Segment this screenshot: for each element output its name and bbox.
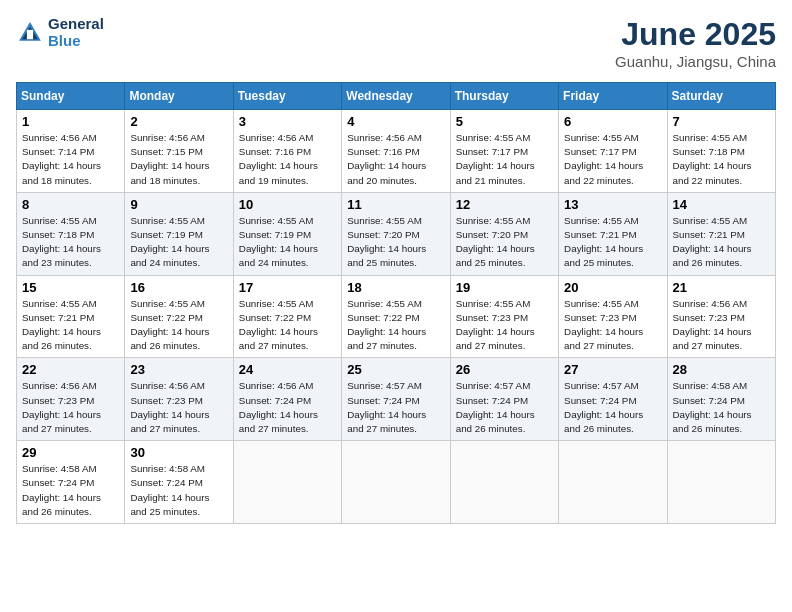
calendar-cell: 30Sunrise: 4:58 AMSunset: 7:24 PMDayligh… xyxy=(125,441,233,524)
day-number: 4 xyxy=(347,114,444,129)
day-number: 14 xyxy=(673,197,770,212)
page-header: General Blue June 2025 Guanhu, Jiangsu, … xyxy=(16,16,776,70)
calendar-cell: 9Sunrise: 4:55 AMSunset: 7:19 PMDaylight… xyxy=(125,192,233,275)
day-number: 5 xyxy=(456,114,553,129)
calendar-cell: 19Sunrise: 4:55 AMSunset: 7:23 PMDayligh… xyxy=(450,275,558,358)
day-number: 28 xyxy=(673,362,770,377)
day-number: 18 xyxy=(347,280,444,295)
table-row: 29Sunrise: 4:58 AMSunset: 7:24 PMDayligh… xyxy=(17,441,776,524)
day-number: 22 xyxy=(22,362,119,377)
day-info: Sunrise: 4:58 AMSunset: 7:24 PMDaylight:… xyxy=(673,380,752,434)
day-number: 23 xyxy=(130,362,227,377)
calendar-cell: 3Sunrise: 4:56 AMSunset: 7:16 PMDaylight… xyxy=(233,110,341,193)
calendar-cell: 14Sunrise: 4:55 AMSunset: 7:21 PMDayligh… xyxy=(667,192,775,275)
day-number: 6 xyxy=(564,114,661,129)
day-info: Sunrise: 4:58 AMSunset: 7:24 PMDaylight:… xyxy=(130,463,209,517)
col-wednesday: Wednesday xyxy=(342,83,450,110)
day-info: Sunrise: 4:56 AMSunset: 7:16 PMDaylight:… xyxy=(347,132,426,186)
calendar-cell: 1Sunrise: 4:56 AMSunset: 7:14 PMDaylight… xyxy=(17,110,125,193)
calendar-cell: 15Sunrise: 4:55 AMSunset: 7:21 PMDayligh… xyxy=(17,275,125,358)
calendar-cell: 2Sunrise: 4:56 AMSunset: 7:15 PMDaylight… xyxy=(125,110,233,193)
calendar-cell: 10Sunrise: 4:55 AMSunset: 7:19 PMDayligh… xyxy=(233,192,341,275)
calendar-cell: 27Sunrise: 4:57 AMSunset: 7:24 PMDayligh… xyxy=(559,358,667,441)
day-number: 12 xyxy=(456,197,553,212)
empty-cell xyxy=(342,441,450,524)
table-row: 1Sunrise: 4:56 AMSunset: 7:14 PMDaylight… xyxy=(17,110,776,193)
calendar-cell: 26Sunrise: 4:57 AMSunset: 7:24 PMDayligh… xyxy=(450,358,558,441)
calendar-cell: 13Sunrise: 4:55 AMSunset: 7:21 PMDayligh… xyxy=(559,192,667,275)
day-info: Sunrise: 4:56 AMSunset: 7:15 PMDaylight:… xyxy=(130,132,209,186)
day-info: Sunrise: 4:55 AMSunset: 7:18 PMDaylight:… xyxy=(673,132,752,186)
calendar-cell: 24Sunrise: 4:56 AMSunset: 7:24 PMDayligh… xyxy=(233,358,341,441)
day-info: Sunrise: 4:56 AMSunset: 7:23 PMDaylight:… xyxy=(673,298,752,352)
day-number: 15 xyxy=(22,280,119,295)
header-row: Sunday Monday Tuesday Wednesday Thursday… xyxy=(17,83,776,110)
col-monday: Monday xyxy=(125,83,233,110)
day-number: 21 xyxy=(673,280,770,295)
empty-cell xyxy=(233,441,341,524)
empty-cell xyxy=(559,441,667,524)
calendar-cell: 29Sunrise: 4:58 AMSunset: 7:24 PMDayligh… xyxy=(17,441,125,524)
month-title: June 2025 xyxy=(615,16,776,53)
col-tuesday: Tuesday xyxy=(233,83,341,110)
day-number: 27 xyxy=(564,362,661,377)
calendar-cell: 21Sunrise: 4:56 AMSunset: 7:23 PMDayligh… xyxy=(667,275,775,358)
col-friday: Friday xyxy=(559,83,667,110)
calendar-cell: 7Sunrise: 4:55 AMSunset: 7:18 PMDaylight… xyxy=(667,110,775,193)
day-number: 2 xyxy=(130,114,227,129)
day-info: Sunrise: 4:56 AMSunset: 7:16 PMDaylight:… xyxy=(239,132,318,186)
day-info: Sunrise: 4:56 AMSunset: 7:23 PMDaylight:… xyxy=(22,380,101,434)
day-info: Sunrise: 4:55 AMSunset: 7:20 PMDaylight:… xyxy=(456,215,535,269)
calendar-cell: 16Sunrise: 4:55 AMSunset: 7:22 PMDayligh… xyxy=(125,275,233,358)
calendar-cell: 23Sunrise: 4:56 AMSunset: 7:23 PMDayligh… xyxy=(125,358,233,441)
title-block: June 2025 Guanhu, Jiangsu, China xyxy=(615,16,776,70)
day-number: 8 xyxy=(22,197,119,212)
day-info: Sunrise: 4:57 AMSunset: 7:24 PMDaylight:… xyxy=(456,380,535,434)
day-info: Sunrise: 4:55 AMSunset: 7:22 PMDaylight:… xyxy=(239,298,318,352)
day-info: Sunrise: 4:55 AMSunset: 7:19 PMDaylight:… xyxy=(239,215,318,269)
table-row: 22Sunrise: 4:56 AMSunset: 7:23 PMDayligh… xyxy=(17,358,776,441)
day-info: Sunrise: 4:55 AMSunset: 7:17 PMDaylight:… xyxy=(456,132,535,186)
calendar-cell: 18Sunrise: 4:55 AMSunset: 7:22 PMDayligh… xyxy=(342,275,450,358)
table-row: 15Sunrise: 4:55 AMSunset: 7:21 PMDayligh… xyxy=(17,275,776,358)
calendar-table: Sunday Monday Tuesday Wednesday Thursday… xyxy=(16,82,776,524)
day-info: Sunrise: 4:56 AMSunset: 7:24 PMDaylight:… xyxy=(239,380,318,434)
col-thursday: Thursday xyxy=(450,83,558,110)
calendar-cell: 12Sunrise: 4:55 AMSunset: 7:20 PMDayligh… xyxy=(450,192,558,275)
day-number: 26 xyxy=(456,362,553,377)
col-saturday: Saturday xyxy=(667,83,775,110)
day-number: 24 xyxy=(239,362,336,377)
calendar-cell: 25Sunrise: 4:57 AMSunset: 7:24 PMDayligh… xyxy=(342,358,450,441)
calendar-cell: 11Sunrise: 4:55 AMSunset: 7:20 PMDayligh… xyxy=(342,192,450,275)
day-info: Sunrise: 4:55 AMSunset: 7:23 PMDaylight:… xyxy=(456,298,535,352)
calendar-cell: 28Sunrise: 4:58 AMSunset: 7:24 PMDayligh… xyxy=(667,358,775,441)
day-info: Sunrise: 4:55 AMSunset: 7:20 PMDaylight:… xyxy=(347,215,426,269)
day-number: 13 xyxy=(564,197,661,212)
day-info: Sunrise: 4:55 AMSunset: 7:19 PMDaylight:… xyxy=(130,215,209,269)
day-number: 3 xyxy=(239,114,336,129)
day-info: Sunrise: 4:55 AMSunset: 7:23 PMDaylight:… xyxy=(564,298,643,352)
calendar-cell: 22Sunrise: 4:56 AMSunset: 7:23 PMDayligh… xyxy=(17,358,125,441)
calendar-cell: 6Sunrise: 4:55 AMSunset: 7:17 PMDaylight… xyxy=(559,110,667,193)
day-info: Sunrise: 4:57 AMSunset: 7:24 PMDaylight:… xyxy=(347,380,426,434)
calendar-cell: 8Sunrise: 4:55 AMSunset: 7:18 PMDaylight… xyxy=(17,192,125,275)
day-info: Sunrise: 4:55 AMSunset: 7:18 PMDaylight:… xyxy=(22,215,101,269)
day-number: 10 xyxy=(239,197,336,212)
day-number: 1 xyxy=(22,114,119,129)
calendar-cell: 17Sunrise: 4:55 AMSunset: 7:22 PMDayligh… xyxy=(233,275,341,358)
day-info: Sunrise: 4:55 AMSunset: 7:21 PMDaylight:… xyxy=(22,298,101,352)
svg-rect-2 xyxy=(27,29,33,38)
table-row: 8Sunrise: 4:55 AMSunset: 7:18 PMDaylight… xyxy=(17,192,776,275)
day-info: Sunrise: 4:55 AMSunset: 7:22 PMDaylight:… xyxy=(347,298,426,352)
day-number: 29 xyxy=(22,445,119,460)
day-info: Sunrise: 4:55 AMSunset: 7:21 PMDaylight:… xyxy=(673,215,752,269)
day-number: 9 xyxy=(130,197,227,212)
day-number: 7 xyxy=(673,114,770,129)
day-number: 30 xyxy=(130,445,227,460)
day-number: 19 xyxy=(456,280,553,295)
logo-text: General Blue xyxy=(48,16,104,49)
day-info: Sunrise: 4:55 AMSunset: 7:22 PMDaylight:… xyxy=(130,298,209,352)
empty-cell xyxy=(450,441,558,524)
calendar-cell: 5Sunrise: 4:55 AMSunset: 7:17 PMDaylight… xyxy=(450,110,558,193)
day-info: Sunrise: 4:55 AMSunset: 7:21 PMDaylight:… xyxy=(564,215,643,269)
